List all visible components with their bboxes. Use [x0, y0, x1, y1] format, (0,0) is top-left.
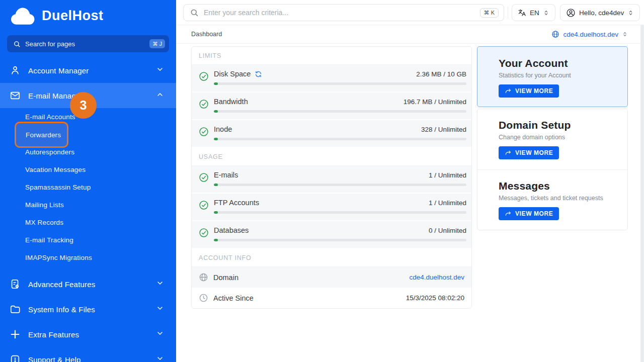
limit-row-bandwidth: Bandwidth 196.7 MB / Unlimited — [192, 93, 471, 120]
scrollbar[interactable] — [640, 25, 644, 362]
user-menu[interactable]: Hello, cde4dev — [560, 4, 640, 21]
sidebar-item-label: System Info & Files — [28, 305, 156, 314]
check-circle-icon — [199, 71, 210, 85]
usage-label: Databases — [214, 226, 249, 234]
envelope-icon — [9, 89, 21, 102]
sidebar-subitem-forwarders[interactable]: Forwarders — [15, 122, 68, 148]
sidebar-item-support-help[interactable]: Support & Help — [0, 347, 176, 362]
globe-icon — [551, 30, 559, 38]
sidebar-subitem-imapsync-migrations[interactable]: IMAPSync Migrations — [0, 249, 176, 266]
sidebar-item-label: Support & Help — [28, 355, 156, 362]
sidebar-item-system-info-files[interactable]: System Info & Files — [0, 297, 176, 322]
sidebar-item-label: Advanced Features — [28, 280, 156, 289]
sidebar-search[interactable]: ⌘ J — [7, 35, 169, 52]
chevron-down-icon — [156, 329, 164, 339]
limit-value: 2.36 MB / 10 GB — [416, 70, 466, 78]
sidebar-item-label: Account Manager — [28, 66, 156, 75]
clock-icon — [199, 293, 208, 303]
check-circle-icon — [199, 200, 210, 214]
domain-selector-value: cde4.duelhost.dev — [563, 31, 618, 38]
sidebar: DuelHost ⌘ J Account Manager E-mail Mana… — [0, 0, 176, 362]
limit-row-disk-space: Disk Space 2.36 MB / 10 GB — [192, 65, 471, 93]
user-icon — [9, 64, 21, 76]
info-value: 15/3/2025 08:02:20 — [406, 294, 464, 302]
limit-value: 196.7 MB / Unlimited — [404, 98, 466, 106]
breadcrumb-bar: Dashboard cde4.duelhost.dev — [176, 25, 644, 44]
usage-value: 0 / Unlimited — [429, 227, 466, 234]
arrow-curve-icon — [505, 87, 512, 95]
user-greeting: Hello, cde4dev — [579, 9, 624, 17]
usage-value: 1 / Unlimited — [429, 171, 466, 179]
sidebar-subitem-email-tracking[interactable]: E-mail Tracking — [0, 231, 176, 249]
check-circle-icon — [199, 127, 210, 141]
view-more-label: VIEW MORE — [515, 149, 553, 156]
card-subtitle: Messages, tickets and ticket requests — [499, 195, 618, 202]
info-label: Active Since — [213, 294, 254, 302]
global-search[interactable]: ⌘ K — [183, 4, 504, 21]
arrow-curve-icon — [505, 149, 512, 156]
chevron-down-icon — [156, 304, 164, 314]
chevron-updown-icon — [543, 10, 549, 16]
chevron-updown-icon — [627, 10, 634, 16]
card-stack: Domain Setup Change domain options VIEW … — [477, 109, 628, 230]
sidebar-item-label: Extra Features — [28, 330, 156, 339]
chevron-updown-icon — [622, 31, 628, 37]
topbar: ⌘ K EN Hello, cde4dev — [176, 0, 644, 25]
check-circle-icon — [199, 99, 210, 113]
section-title-limits: LIMITS — [192, 47, 471, 65]
domain-link[interactable]: cde4.duelhost.dev — [409, 274, 464, 281]
search-icon — [13, 40, 21, 48]
usage-row-ftp-accounts: FTP Accounts 1 / Unlimited — [192, 194, 471, 221]
usage-label: E-mails — [214, 171, 238, 179]
usage-value: 1 / Unlimited — [429, 199, 466, 207]
sidebar-subitem-mailing-lists[interactable]: Mailing Lists — [0, 196, 176, 214]
user-circle-icon — [566, 8, 576, 18]
view-more-button[interactable]: VIEW MORE — [499, 207, 559, 220]
globe-icon — [199, 273, 208, 282]
step-badge: 3 — [70, 92, 97, 119]
limit-label: Disk Space — [214, 70, 251, 78]
cloud-icon — [8, 5, 38, 26]
card-your-account: Your Account Statistics for your Account… — [477, 46, 628, 107]
section-title-usage: USAGE — [192, 148, 471, 166]
view-more-label: VIEW MORE — [515, 87, 553, 95]
content: LIMITS Disk Space 2.36 MB / 10 GB — [176, 44, 644, 361]
progress-bar — [214, 110, 466, 113]
view-more-label: VIEW MORE — [515, 210, 553, 217]
chevron-down-icon — [156, 279, 164, 289]
progress-bar — [214, 184, 466, 186]
info-row-domain: Domain cde4.duelhost.dev — [192, 267, 471, 288]
usage-row-emails: E-mails 1 / Unlimited — [192, 166, 471, 194]
plus-icon — [9, 328, 21, 340]
breadcrumb: Dashboard — [191, 31, 222, 38]
card-title: Messages — [499, 180, 618, 192]
sidebar-subitem-vacation-messages[interactable]: Vacation Messages — [0, 161, 176, 178]
sidebar-item-extra-features[interactable]: Extra Features — [0, 322, 176, 347]
card-title: Your Account — [499, 57, 618, 69]
brand-logo[interactable]: DuelHost — [0, 0, 176, 31]
search-icon — [190, 8, 199, 17]
shortcut-badge: ⌘ J — [149, 39, 165, 48]
card-subtitle: Change domain options — [499, 134, 618, 141]
email-submenu: E-mail Accounts Forwarders Autoresponder… — [0, 108, 176, 266]
sidebar-item-account-manager[interactable]: Account Manager — [0, 58, 176, 83]
refresh-icon[interactable] — [255, 70, 262, 78]
sidebar-item-advanced-features[interactable]: Advanced Features — [0, 272, 176, 297]
progress-bar — [214, 211, 466, 214]
view-more-button[interactable]: VIEW MORE — [499, 84, 559, 98]
global-search-input[interactable] — [204, 9, 480, 17]
shortcut-badge: ⌘ K — [480, 8, 499, 18]
sidebar-subitem-spamassassin-setup[interactable]: Spamassassin Setup — [0, 178, 176, 196]
info-row-active-since: Active Since 15/3/2025 08:02:20 — [192, 288, 471, 308]
stats-panel: LIMITS Disk Space 2.36 MB / 10 GB — [191, 46, 472, 309]
limit-label: Bandwidth — [214, 98, 248, 106]
language-selector[interactable]: EN — [512, 4, 555, 21]
limit-value: 328 / Unlimited — [421, 126, 466, 133]
sidebar-search-input[interactable] — [25, 40, 149, 48]
progress-bar — [214, 239, 466, 241]
view-more-button[interactable]: VIEW MORE — [499, 146, 559, 159]
card-title: Domain Setup — [499, 119, 618, 131]
arrow-curve-icon — [505, 210, 512, 217]
sidebar-subitem-mx-records[interactable]: MX Records — [0, 214, 176, 231]
domain-selector[interactable]: cde4.duelhost.dev — [551, 30, 628, 38]
